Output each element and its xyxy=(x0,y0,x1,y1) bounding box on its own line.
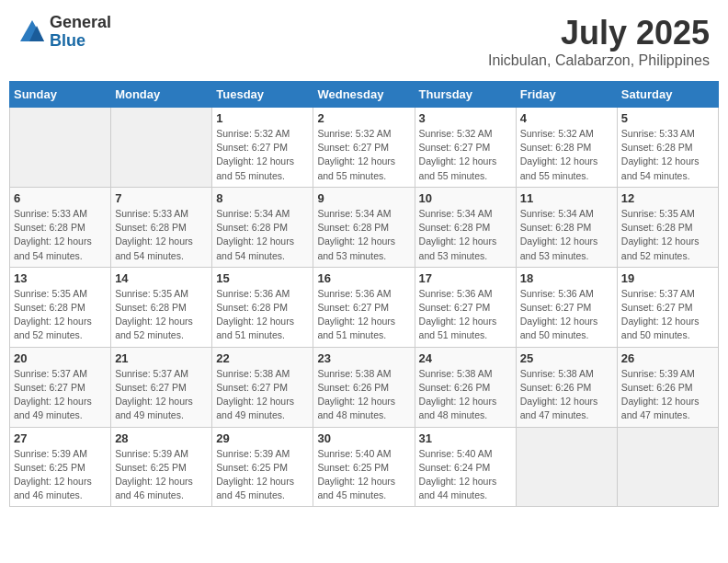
logo-blue: Blue xyxy=(50,32,111,51)
weekday-header: Saturday xyxy=(617,82,718,108)
calendar-cell: 29Sunrise: 5:39 AMSunset: 6:25 PMDayligh… xyxy=(212,427,313,507)
day-info: Sunrise: 5:38 AMSunset: 6:26 PMDaylight:… xyxy=(520,367,613,423)
calendar-cell: 10Sunrise: 5:34 AMSunset: 6:28 PMDayligh… xyxy=(415,187,516,267)
day-number: 4 xyxy=(520,111,613,125)
day-number: 8 xyxy=(216,191,309,205)
day-number: 7 xyxy=(115,191,208,205)
page-title: July 2025 xyxy=(488,14,710,52)
calendar-cell: 24Sunrise: 5:38 AMSunset: 6:26 PMDayligh… xyxy=(415,347,516,427)
calendar-cell: 1Sunrise: 5:32 AMSunset: 6:27 PMDaylight… xyxy=(212,108,313,188)
day-number: 10 xyxy=(419,191,512,205)
day-number: 22 xyxy=(216,351,309,365)
day-info: Sunrise: 5:39 AMSunset: 6:25 PMDaylight:… xyxy=(216,447,309,503)
day-number: 11 xyxy=(520,191,613,205)
day-info: Sunrise: 5:38 AMSunset: 6:26 PMDaylight:… xyxy=(419,367,512,423)
day-info: Sunrise: 5:36 AMSunset: 6:27 PMDaylight:… xyxy=(520,287,613,343)
calendar-cell: 18Sunrise: 5:36 AMSunset: 6:27 PMDayligh… xyxy=(516,267,617,347)
day-number: 26 xyxy=(621,351,714,365)
calendar-cell: 30Sunrise: 5:40 AMSunset: 6:25 PMDayligh… xyxy=(313,427,415,507)
day-info: Sunrise: 5:35 AMSunset: 6:28 PMDaylight:… xyxy=(14,287,107,343)
calendar-cell: 4Sunrise: 5:32 AMSunset: 6:28 PMDaylight… xyxy=(516,108,617,188)
day-number: 3 xyxy=(419,111,512,125)
calendar-cell: 14Sunrise: 5:35 AMSunset: 6:28 PMDayligh… xyxy=(111,267,212,347)
day-info: Sunrise: 5:32 AMSunset: 6:27 PMDaylight:… xyxy=(419,127,512,183)
day-number: 28 xyxy=(115,431,208,445)
day-number: 5 xyxy=(621,111,714,125)
calendar-cell: 23Sunrise: 5:38 AMSunset: 6:26 PMDayligh… xyxy=(313,347,415,427)
day-number: 15 xyxy=(216,271,309,285)
calendar-cell: 16Sunrise: 5:36 AMSunset: 6:27 PMDayligh… xyxy=(313,267,415,347)
day-info: Sunrise: 5:32 AMSunset: 6:27 PMDaylight:… xyxy=(317,127,410,183)
calendar-cell: 26Sunrise: 5:39 AMSunset: 6:26 PMDayligh… xyxy=(617,347,718,427)
day-number: 19 xyxy=(621,271,714,285)
day-info: Sunrise: 5:38 AMSunset: 6:26 PMDaylight:… xyxy=(317,367,410,423)
calendar-cell: 3Sunrise: 5:32 AMSunset: 6:27 PMDaylight… xyxy=(415,108,516,188)
logo-text: General Blue xyxy=(50,14,111,51)
title-block: July 2025 Inicbulan, Calabarzon, Philipp… xyxy=(488,14,710,69)
calendar-week-row: 13Sunrise: 5:35 AMSunset: 6:28 PMDayligh… xyxy=(10,267,719,347)
day-info: Sunrise: 5:35 AMSunset: 6:28 PMDaylight:… xyxy=(621,207,714,263)
day-info: Sunrise: 5:33 AMSunset: 6:28 PMDaylight:… xyxy=(115,207,208,263)
weekday-header: Tuesday xyxy=(212,82,313,108)
weekday-header: Wednesday xyxy=(313,82,415,108)
day-number: 13 xyxy=(14,271,107,285)
day-number: 20 xyxy=(14,351,107,365)
day-info: Sunrise: 5:36 AMSunset: 6:27 PMDaylight:… xyxy=(317,287,410,343)
logo-icon xyxy=(18,18,46,46)
calendar-week-row: 27Sunrise: 5:39 AMSunset: 6:25 PMDayligh… xyxy=(10,427,719,507)
day-info: Sunrise: 5:33 AMSunset: 6:28 PMDaylight:… xyxy=(14,207,107,263)
calendar-cell: 21Sunrise: 5:37 AMSunset: 6:27 PMDayligh… xyxy=(111,347,212,427)
page-header: General Blue July 2025 Inicbulan, Calaba… xyxy=(9,9,719,74)
day-number: 1 xyxy=(216,111,309,125)
calendar-cell: 7Sunrise: 5:33 AMSunset: 6:28 PMDaylight… xyxy=(111,187,212,267)
day-number: 16 xyxy=(317,271,410,285)
day-info: Sunrise: 5:34 AMSunset: 6:28 PMDaylight:… xyxy=(419,207,512,263)
day-info: Sunrise: 5:36 AMSunset: 6:28 PMDaylight:… xyxy=(216,287,309,343)
day-info: Sunrise: 5:35 AMSunset: 6:28 PMDaylight:… xyxy=(115,287,208,343)
calendar-cell: 15Sunrise: 5:36 AMSunset: 6:28 PMDayligh… xyxy=(212,267,313,347)
day-number: 30 xyxy=(317,431,410,445)
day-info: Sunrise: 5:38 AMSunset: 6:27 PMDaylight:… xyxy=(216,367,309,423)
day-info: Sunrise: 5:34 AMSunset: 6:28 PMDaylight:… xyxy=(520,207,613,263)
day-info: Sunrise: 5:32 AMSunset: 6:27 PMDaylight:… xyxy=(216,127,309,183)
day-number: 27 xyxy=(14,431,107,445)
day-info: Sunrise: 5:32 AMSunset: 6:28 PMDaylight:… xyxy=(520,127,613,183)
calendar-cell: 2Sunrise: 5:32 AMSunset: 6:27 PMDaylight… xyxy=(313,108,415,188)
weekday-header: Monday xyxy=(111,82,212,108)
calendar-cell: 27Sunrise: 5:39 AMSunset: 6:25 PMDayligh… xyxy=(10,427,111,507)
day-info: Sunrise: 5:40 AMSunset: 6:25 PMDaylight:… xyxy=(317,447,410,503)
calendar-header-row: SundayMondayTuesdayWednesdayThursdayFrid… xyxy=(10,82,719,108)
calendar-cell xyxy=(111,108,212,188)
day-number: 17 xyxy=(419,271,512,285)
calendar-week-row: 1Sunrise: 5:32 AMSunset: 6:27 PMDaylight… xyxy=(10,108,719,188)
day-number: 29 xyxy=(216,431,309,445)
calendar-cell: 20Sunrise: 5:37 AMSunset: 6:27 PMDayligh… xyxy=(10,347,111,427)
day-number: 24 xyxy=(419,351,512,365)
day-info: Sunrise: 5:37 AMSunset: 6:27 PMDaylight:… xyxy=(14,367,107,423)
calendar-cell: 28Sunrise: 5:39 AMSunset: 6:25 PMDayligh… xyxy=(111,427,212,507)
calendar-table: SundayMondayTuesdayWednesdayThursdayFrid… xyxy=(9,81,719,507)
calendar-cell: 8Sunrise: 5:34 AMSunset: 6:28 PMDaylight… xyxy=(212,187,313,267)
day-number: 21 xyxy=(115,351,208,365)
day-info: Sunrise: 5:37 AMSunset: 6:27 PMDaylight:… xyxy=(115,367,208,423)
logo-general: General xyxy=(50,14,111,32)
weekday-header: Thursday xyxy=(415,82,516,108)
calendar-cell xyxy=(617,427,718,507)
day-number: 9 xyxy=(317,191,410,205)
day-number: 6 xyxy=(14,191,107,205)
day-info: Sunrise: 5:39 AMSunset: 6:25 PMDaylight:… xyxy=(115,447,208,503)
day-number: 18 xyxy=(520,271,613,285)
day-number: 31 xyxy=(419,431,512,445)
weekday-header: Friday xyxy=(516,82,617,108)
day-number: 12 xyxy=(621,191,714,205)
calendar-cell: 11Sunrise: 5:34 AMSunset: 6:28 PMDayligh… xyxy=(516,187,617,267)
calendar-cell: 12Sunrise: 5:35 AMSunset: 6:28 PMDayligh… xyxy=(617,187,718,267)
day-info: Sunrise: 5:39 AMSunset: 6:26 PMDaylight:… xyxy=(621,367,714,423)
calendar-cell: 19Sunrise: 5:37 AMSunset: 6:27 PMDayligh… xyxy=(617,267,718,347)
day-info: Sunrise: 5:40 AMSunset: 6:24 PMDaylight:… xyxy=(419,447,512,503)
day-info: Sunrise: 5:34 AMSunset: 6:28 PMDaylight:… xyxy=(317,207,410,263)
calendar-cell xyxy=(10,108,111,188)
calendar-cell: 5Sunrise: 5:33 AMSunset: 6:28 PMDaylight… xyxy=(617,108,718,188)
calendar-cell: 17Sunrise: 5:36 AMSunset: 6:27 PMDayligh… xyxy=(415,267,516,347)
calendar-cell: 25Sunrise: 5:38 AMSunset: 6:26 PMDayligh… xyxy=(516,347,617,427)
